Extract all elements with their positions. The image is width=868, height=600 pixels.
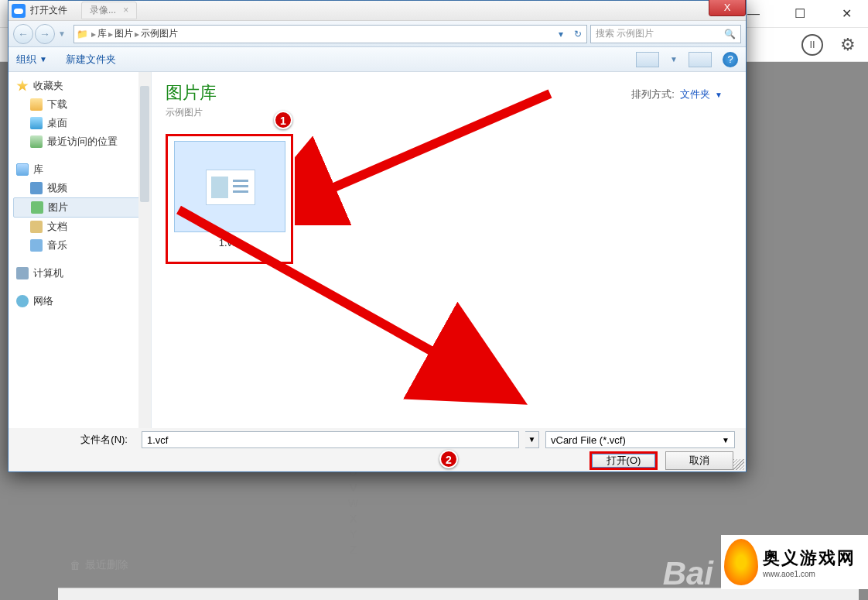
filter-value: vCard File (*.vcf) <box>551 434 626 446</box>
breadcrumb-root[interactable]: 库 <box>97 27 107 40</box>
sidebar-pictures[interactable]: 图片 <box>13 197 151 218</box>
sidebar-libraries[interactable]: 库 <box>13 160 151 179</box>
help-button[interactable]: ? <box>723 52 738 67</box>
sidebar-videos[interactable]: 视频 <box>13 179 151 197</box>
organize-menu[interactable]: 组织 ▼ <box>16 53 47 67</box>
scrollbar-thumb[interactable] <box>140 86 149 202</box>
sidebar-scrollbar[interactable] <box>138 72 151 428</box>
cancel-button[interactable]: 取消 <box>665 451 733 470</box>
recent-delete[interactable]: 🗑 最近删除 <box>70 558 128 572</box>
sidebar-label: 最近访问的位置 <box>47 135 118 149</box>
sidebar-label: 视频 <box>47 181 67 195</box>
annotation-badge-1: 1 <box>274 111 292 129</box>
search-icon[interactable]: 🔍 <box>724 29 736 39</box>
trash-icon: 🗑 <box>70 559 80 571</box>
annotation-highlight-1: 1.vcf <box>166 134 293 264</box>
network-icon <box>16 295 29 307</box>
sidebar-label: 图片 <box>48 201 68 214</box>
letter[interactable]: V <box>348 480 358 495</box>
history-dropdown-icon[interactable]: ▼ <box>56 24 67 44</box>
flame-icon <box>724 539 758 585</box>
site-url: www.aoe1.com <box>763 570 856 578</box>
horizontal-scrollbar[interactable] <box>58 588 859 600</box>
library-icon <box>16 163 29 176</box>
document-icon <box>30 221 43 233</box>
watermark-baidu: Bai <box>663 555 713 592</box>
sort-value[interactable]: 文件夹 <box>680 88 710 100</box>
sidebar-label: 库 <box>33 163 43 177</box>
annotation-badge-2: 2 <box>439 450 458 468</box>
file-type-filter[interactable]: vCard File (*.vcf) ▼ <box>545 431 735 448</box>
sidebar-documents[interactable]: 文档 <box>13 218 151 236</box>
breadcrumb-dropdown-icon[interactable]: ▾ <box>552 29 569 39</box>
back-button[interactable]: ← <box>13 24 33 44</box>
navigation-sidebar: 收藏夹 下载 桌面 最近访问的位置 库 视频 图片 文档 音乐 计算机 网络 <box>9 72 152 428</box>
sidebar-label: 桌面 <box>47 116 67 130</box>
chevron-right-icon: ▸ <box>107 29 114 39</box>
filename-dropdown-icon[interactable]: ▼ <box>525 431 539 448</box>
sidebar-recent-places[interactable]: 最近访问的位置 <box>13 132 151 151</box>
filename-input[interactable] <box>142 431 519 448</box>
open-button[interactable]: 打开(O) <box>589 451 658 470</box>
breadcrumb[interactable]: 📁 ▸ 库 ▸ 图片 ▸ 示例图片 ▾ ↻ <box>73 25 587 43</box>
search-input[interactable]: 搜索 示例图片 🔍 <box>590 25 741 43</box>
letter[interactable]: Y <box>348 526 358 542</box>
sidebar-label: 音乐 <box>47 238 67 252</box>
chevron-down-icon[interactable]: ▼ <box>670 55 678 63</box>
refresh-icon[interactable]: ↻ <box>569 29 586 39</box>
picture-icon <box>31 201 43 214</box>
breadcrumb-sample[interactable]: 示例图片 <box>141 27 178 40</box>
letter[interactable]: X <box>348 511 358 526</box>
file-thumbnail[interactable] <box>174 141 285 232</box>
sidebar-computer[interactable]: 计算机 <box>13 264 151 283</box>
chevron-down-icon: ▼ <box>722 436 730 444</box>
preview-pane-button[interactable] <box>689 52 712 67</box>
dialog-titlebar[interactable]: 打开文件 录像... × X <box>9 1 746 21</box>
sidebar-label: 收藏夹 <box>33 79 63 93</box>
recent-icon <box>30 135 43 148</box>
breadcrumb-pictures[interactable]: 图片 <box>114 27 133 40</box>
close-button[interactable]: ✕ <box>831 6 862 21</box>
recent-delete-label: 最近删除 <box>85 558 128 572</box>
sidebar-label: 网络 <box>33 294 53 308</box>
tab-close-icon[interactable]: × <box>123 5 128 15</box>
dialog-title: 打开文件 <box>30 4 67 17</box>
resize-grip[interactable] <box>733 459 744 470</box>
sidebar-favorites[interactable]: 收藏夹 <box>13 77 151 95</box>
folder-icon <box>30 98 43 111</box>
new-folder-button[interactable]: 新建文件夹 <box>66 53 116 67</box>
sort-by[interactable]: 排列方式: 文件夹 ▼ <box>631 87 723 101</box>
maximize-button[interactable]: ☐ <box>784 6 815 21</box>
sidebar-downloads[interactable]: 下载 <box>13 95 151 114</box>
file-list-area[interactable]: 图片库 示例图片 排列方式: 文件夹 ▼ 1.vcf 1 <box>152 72 746 428</box>
dialog-toolbar: 组织 ▼ 新建文件夹 ▼ ? <box>9 47 746 72</box>
sort-label: 排列方式: <box>631 88 675 100</box>
sidebar-desktop[interactable]: 桌面 <box>13 114 151 132</box>
chevron-right-icon: ▸ <box>90 29 97 39</box>
settings-icon[interactable]: ⚙ <box>837 34 859 56</box>
file-name-label: 1.vcf <box>168 237 291 249</box>
library-subtitle: 示例图片 <box>166 106 732 119</box>
letter[interactable]: W <box>348 495 358 511</box>
site-logo: 奥义游戏网 www.aoe1.com <box>721 535 868 589</box>
video-icon <box>30 182 43 194</box>
sidebar-music[interactable]: 音乐 <box>13 236 151 255</box>
pause-icon[interactable]: II <box>801 34 823 56</box>
search-placeholder: 搜索 示例图片 <box>596 27 654 40</box>
folder-icon: 📁 <box>74 29 90 39</box>
view-mode-button[interactable] <box>636 52 659 67</box>
letter[interactable]: Z <box>348 542 358 557</box>
sidebar-label: 下载 <box>47 98 67 111</box>
site-name: 奥义游戏网 <box>763 547 856 570</box>
chevron-down-icon[interactable]: ▼ <box>715 91 723 99</box>
dialog-footer: 文件名(N): ▼ vCard File (*.vcf) ▼ 2 打开(O) 取… <box>9 428 746 471</box>
cloud-icon <box>12 4 26 18</box>
forward-button[interactable]: → <box>35 24 55 44</box>
sidebar-network[interactable]: 网络 <box>13 292 151 310</box>
background-tab[interactable]: 录像... × <box>81 2 137 19</box>
filename-label: 文件名(N): <box>19 433 135 447</box>
vcard-icon <box>206 170 255 205</box>
alphabet-index: U V W X Y Z <box>348 465 358 557</box>
dialog-close-button[interactable]: X <box>709 0 746 16</box>
sidebar-label: 计算机 <box>33 266 63 280</box>
